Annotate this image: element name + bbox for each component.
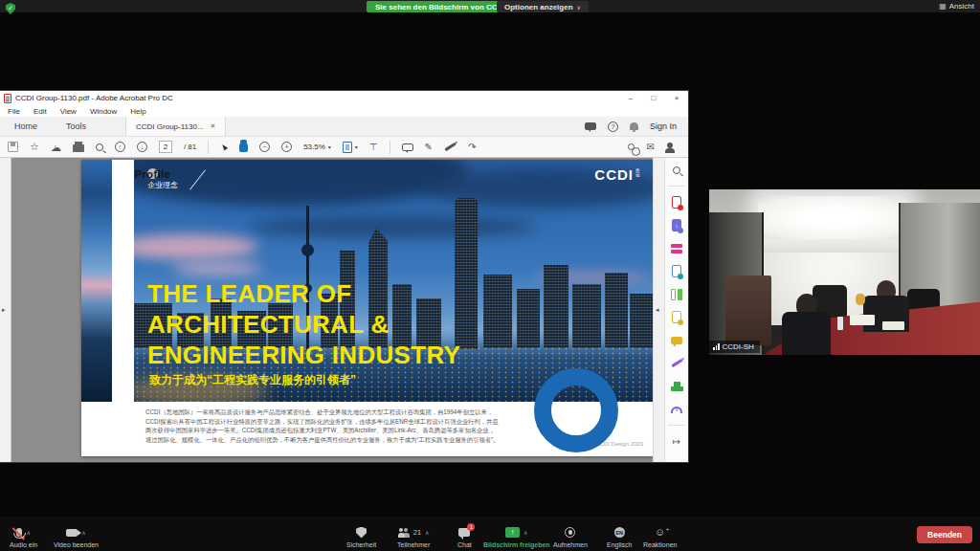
slide-photo-edge [81, 160, 112, 402]
video-control[interactable]: ∧ Video beenden [54, 526, 99, 548]
share-screen-icon: ↑ [505, 527, 520, 538]
page-transform-icon[interactable]: ↷ [468, 142, 476, 152]
menu-window[interactable]: Window [90, 107, 117, 116]
person-left-body [782, 312, 831, 355]
zoom-level-value: 53.5% [303, 143, 325, 151]
record-control[interactable]: Aufnehmen [553, 526, 588, 548]
security-shield-icon: ✓ [6, 3, 15, 14]
nav-pane-collapsed[interactable]: ▸ [0, 158, 11, 462]
menu-edit[interactable]: Edit [33, 107, 47, 116]
chat-control[interactable]: 1 Chat [457, 526, 472, 548]
previous-page-icon[interactable]: ↑ [115, 142, 125, 152]
leave-meeting-button[interactable]: Beenden [917, 526, 972, 543]
share-upload-icon[interactable]: ☁↑ [51, 143, 61, 152]
tools-pane: ↓ ∨ ↦ [664, 158, 688, 462]
body-line: 通过国际化、规模化、一体化、产品化的组织优势，不断为客户提供高性价比的专业服务，… [145, 435, 595, 445]
next-page-icon[interactable]: ↓ [137, 142, 147, 152]
zoom-level-select[interactable]: 53.5% ▾ [303, 143, 331, 151]
scrollbar-track[interactable]: ◂ [653, 158, 664, 462]
slide-eyebrow-en: Profile [147, 168, 158, 179]
building [483, 275, 512, 348]
chevron-up-icon[interactable]: ∧ [26, 529, 30, 536]
fill-sign-icon[interactable] [671, 359, 682, 367]
search-icon[interactable] [96, 143, 103, 151]
security-control[interactable]: Sicherheit [346, 526, 376, 548]
chevron-up-icon[interactable]: ∧ [81, 529, 85, 536]
pearl-tower-sphere [301, 244, 314, 256]
close-tab-icon[interactable]: ✕ [211, 122, 216, 130]
convert-pdf-icon[interactable] [672, 265, 681, 277]
table-decoration [856, 294, 865, 305]
fit-page-select[interactable]: ▾ [343, 142, 358, 153]
hand-tool-icon[interactable] [239, 143, 248, 152]
notifications-bell-icon[interactable] [630, 122, 638, 130]
collapse-left-icon[interactable]: ◂ [656, 306, 659, 314]
add-user-icon[interactable] [667, 143, 673, 148]
menu-view[interactable]: View [60, 107, 77, 116]
divider [668, 425, 685, 426]
expand-right-icon[interactable]: ▸ [2, 306, 6, 314]
maximize-button[interactable]: □ [642, 94, 665, 102]
select-tool-icon[interactable]: ▲ [217, 140, 231, 153]
edit-pdf-icon[interactable] [671, 244, 682, 253]
sign-in-button[interactable]: Sign In [650, 121, 677, 131]
participants-count: 21 [413, 528, 421, 537]
ceiling-light-panel [758, 196, 909, 239]
stamp-icon[interactable] [671, 386, 683, 391]
comment-icon[interactable] [671, 337, 682, 344]
participant-video[interactable]: CCDI-SH [709, 189, 980, 355]
page-number-input[interactable]: 2 [159, 141, 172, 153]
measure-tool-icon[interactable]: ⊤ [369, 142, 378, 152]
zoom-out-icon[interactable]: − [259, 142, 270, 152]
cloud [249, 215, 536, 238]
favorite-star-icon[interactable]: ☆ [30, 141, 39, 153]
microphone-muted-icon [16, 528, 22, 537]
share-screen-label: Bildschirm freigeben [483, 541, 550, 548]
document-area: Profile 企业理念 CCDI 悉地 THE LEADER OF ARCHI… [0, 158, 688, 462]
audio-control[interactable]: ∧ Audio ein [10, 526, 37, 548]
chevron-up-icon[interactable]: ∧ [523, 529, 527, 536]
share-screen-control[interactable]: ↑∧ Bildschirm freigeben [483, 526, 550, 548]
slide-subtitle: 致力于成为“工程实践专业服务的引领者” [149, 372, 356, 388]
close-button[interactable]: × [665, 94, 688, 102]
language-control[interactable]: EN Englisch [607, 526, 632, 548]
export-pdf-icon[interactable]: ↓ [672, 219, 681, 231]
email-icon[interactable]: ✉ [647, 142, 655, 152]
ccdi-logo-text: CCDI [594, 168, 634, 182]
zoom-in-icon[interactable]: + [281, 142, 292, 152]
request-signatures-icon[interactable] [672, 311, 681, 323]
tab-document[interactable]: CCDI Group-1130... ✕ [125, 117, 226, 136]
chevron-up-icon[interactable]: ∧ [425, 529, 429, 536]
comment-tool-icon[interactable] [402, 143, 413, 151]
tab-tools[interactable]: Tools [52, 117, 100, 136]
menu-file[interactable]: File [8, 107, 20, 116]
language-label: Englisch [607, 541, 632, 548]
participants-icon [398, 528, 410, 538]
tab-home[interactable]: Home [0, 117, 52, 136]
view-button[interactable]: ▦ Ansicht [939, 2, 974, 11]
save-icon[interactable] [8, 142, 18, 152]
feedback-bubble-icon[interactable] [585, 122, 596, 130]
search-tools-icon[interactable] [673, 166, 680, 174]
sign-tool-icon[interactable] [444, 143, 456, 151]
help-icon[interactable]: ? [608, 121, 618, 132]
record-label: Aufnehmen [553, 541, 588, 548]
minimize-button[interactable]: – [619, 94, 642, 102]
menu-help[interactable]: Help [130, 107, 145, 116]
share-link-icon[interactable] [628, 143, 635, 150]
print-icon[interactable] [73, 144, 84, 152]
organize-pages-icon[interactable] [671, 289, 682, 300]
participants-control[interactable]: 21∧ Teilnehmer [397, 526, 430, 548]
chevron-down-icon: ▾ [328, 143, 331, 150]
chevron-down-icon: ▾ [355, 143, 358, 150]
view-options-button[interactable]: Optionen anzeigen ∨ [497, 1, 589, 12]
create-pdf-icon[interactable] [672, 196, 681, 209]
security-label: Sicherheit [346, 541, 376, 548]
divider [390, 141, 390, 154]
toolbar: ☆ ☁↑ ↑ ↓ 2 / 81 ▲ − + 53.5% ▾ ▾ ⊤ ✎ ↷ ✉ [0, 137, 688, 158]
page-total-label: / 81 [184, 143, 196, 151]
cloud [134, 160, 469, 206]
reactions-control[interactable]: ☺+ Reaktionen [643, 526, 677, 548]
pencil-tool-icon[interactable]: ✎ [425, 142, 433, 152]
expand-pane-icon[interactable]: ↦ [673, 436, 680, 447]
